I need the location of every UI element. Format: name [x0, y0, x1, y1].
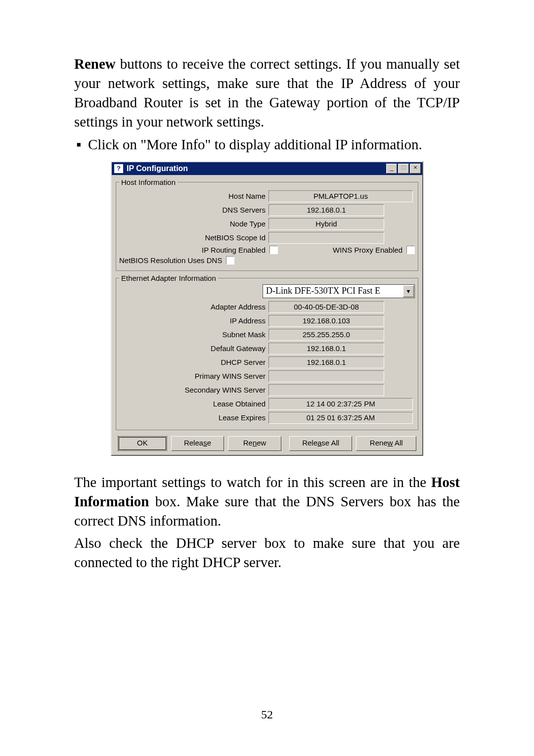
value-host-name: PMLAPTOP1.us: [268, 190, 413, 202]
value-netbios-scope: [268, 232, 384, 244]
adapter-information-group: Ethernet Adapter Information D-Link DFE-…: [116, 274, 418, 430]
value-node-type: Hybrid: [268, 218, 384, 230]
value-ip-address: 192.168.0.103: [268, 315, 384, 327]
label-netbios-scope: NetBIOS Scope Id: [119, 233, 268, 242]
label-secondary-wins: Secondary WINS Server: [119, 386, 268, 394]
label-adapter-address: Adapter Address: [119, 303, 268, 311]
label-lease-expires: Lease Expires: [119, 413, 268, 422]
renew-button[interactable]: Renew: [228, 436, 281, 451]
bullet-item: ▪ Click on "More Info" to display additi…: [74, 135, 460, 154]
value-primary-wins: [268, 370, 384, 382]
window-title: IP Configuration: [127, 164, 188, 173]
host-information-legend: Host Information: [119, 178, 178, 186]
close-button[interactable]: ×: [410, 164, 421, 174]
label-ip-routing: IP Routing Enabled: [119, 246, 267, 254]
screenshot-container: IP Configuration _ □ × Host Information …: [74, 161, 460, 456]
checkbox-ip-routing[interactable]: [269, 246, 278, 254]
value-lease-expires: 01 25 01 6:37:25 AM: [268, 412, 413, 424]
value-default-gateway: 192.168.0.1: [268, 343, 384, 355]
value-lease-obtained: 12 14 00 2:37:25 PM: [268, 398, 413, 410]
renew-bold: Renew: [74, 56, 116, 72]
paragraph-middle: The important settings to watch for in t…: [74, 473, 460, 531]
adapter-selected: D-Link DFE-530TX PCI Fast E: [266, 286, 380, 296]
value-dns-servers: 192.168.0.1: [268, 204, 384, 216]
value-dhcp-server: 192.168.0.1: [268, 356, 384, 368]
app-icon: [114, 164, 124, 174]
adapter-information-legend: Ethernet Adapter Information: [119, 274, 218, 282]
paragraph-bottom: Also check the DHCP server box to make s…: [74, 534, 460, 572]
minimize-button[interactable]: _: [386, 164, 397, 174]
label-lease-obtained: Lease Obtained: [119, 400, 268, 408]
label-ip-address: IP Address: [119, 316, 268, 325]
label-default-gateway: Default Gateway: [119, 344, 268, 353]
ok-button[interactable]: OK: [118, 436, 167, 451]
maximize-button[interactable]: □: [398, 164, 409, 174]
label-netbios-dns: NetBIOS Resolution Uses DNS: [119, 256, 224, 265]
paragraph-top: Renew buttons to receive the correct set…: [74, 54, 460, 132]
page-number: 52: [0, 708, 534, 721]
label-dhcp-server: DHCP Server: [119, 358, 268, 366]
host-information-group: Host Information Host Name PMLAPTOP1.us …: [116, 178, 418, 271]
bullet-text: Click on "More Info" to display addition…: [88, 135, 460, 154]
release-all-button[interactable]: Release All: [289, 436, 353, 451]
checkbox-wins-proxy[interactable]: [406, 246, 415, 254]
value-adapter-address: 00-40-05-DE-3D-08: [268, 301, 384, 313]
ip-config-dialog: IP Configuration _ □ × Host Information …: [111, 161, 423, 456]
bullet-marker: ▪: [74, 135, 88, 154]
value-secondary-wins: [268, 384, 384, 396]
value-subnet-mask: 255.255.255.0: [268, 329, 384, 341]
adapter-dropdown[interactable]: D-Link DFE-530TX PCI Fast E ▼: [263, 284, 415, 298]
label-primary-wins: Primary WINS Server: [119, 372, 268, 380]
label-wins-proxy: WINS Proxy Enabled: [278, 246, 404, 254]
paragraph-top-rest: buttons to receive the correct settings.…: [74, 56, 460, 130]
title-bar: IP Configuration _ □ ×: [112, 162, 422, 175]
chevron-down-icon: ▼: [403, 285, 414, 297]
label-subnet-mask: Subnet Mask: [119, 330, 268, 339]
checkbox-netbios-dns[interactable]: [226, 256, 234, 265]
label-host-name: Host Name: [119, 192, 268, 200]
label-dns-servers: DNS Servers: [119, 206, 268, 214]
renew-all-button[interactable]: Renew All: [356, 436, 416, 451]
release-button[interactable]: Release: [171, 436, 224, 451]
label-node-type: Node Type: [119, 220, 268, 228]
button-row: OK Release Renew Release All Renew All: [116, 433, 418, 452]
